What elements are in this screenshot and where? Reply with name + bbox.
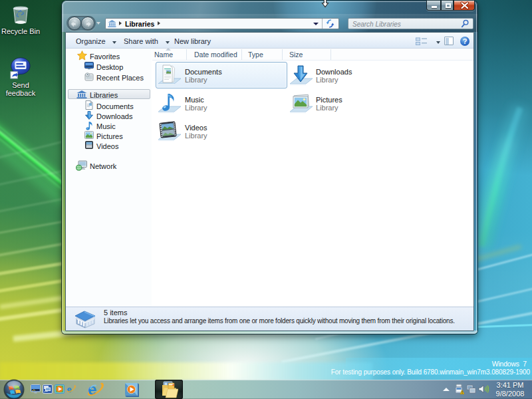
svg-text:e: e xyxy=(67,384,72,394)
